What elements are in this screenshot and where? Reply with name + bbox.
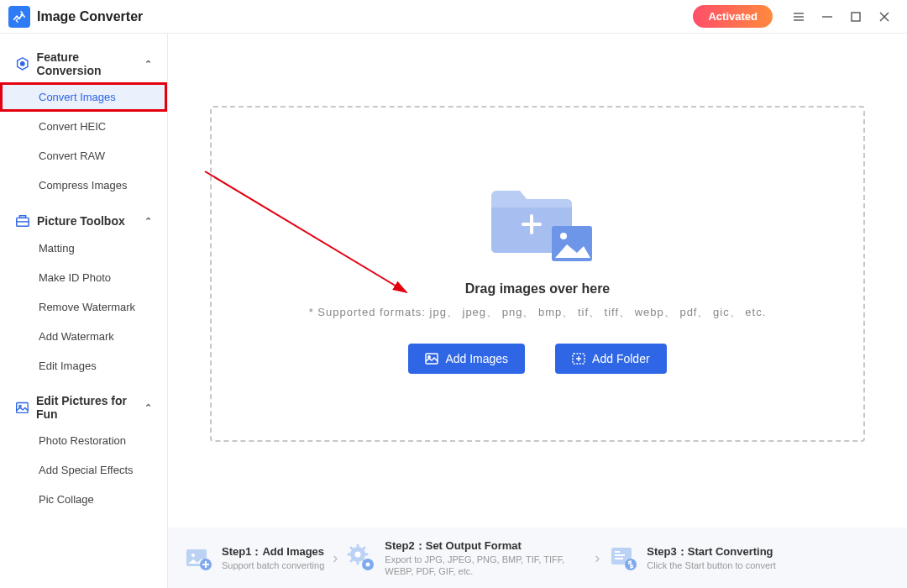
dropzone[interactable]: Drag images over here * Supported format…: [210, 106, 865, 442]
step-3: Step3：Start Converting Click the Start b…: [608, 543, 775, 573]
section-label: Picture Toolbox: [37, 214, 125, 228]
chevron-up-icon: ⌃: [144, 59, 152, 70]
svg-rect-12: [17, 402, 29, 412]
step-desc: Support batch converting: [222, 559, 324, 571]
image-icon: [425, 352, 438, 365]
sidebar-item-convert-images[interactable]: Convert Images: [0, 82, 167, 112]
sidebar-item-make-id-photo[interactable]: Make ID Photo: [0, 263, 167, 292]
svg-rect-4: [852, 13, 860, 21]
svg-rect-35: [615, 558, 623, 559]
sidebar: Feature Conversion ⌃ Convert Images Conv…: [0, 34, 168, 588]
section-label: Edit Pictures for Fun: [36, 394, 144, 421]
section-label: Feature Conversion: [37, 50, 144, 77]
chevron-up-icon: ⌃: [144, 402, 152, 413]
steps-bar: Step1：Add Images Support batch convertin…: [168, 528, 907, 588]
minimize-icon[interactable]: [813, 4, 841, 29]
sidebar-item-convert-heic[interactable]: Convert HEIC: [0, 112, 167, 141]
supported-formats-text: * Supported formats: jpg、 jpeg、 png、 bmp…: [309, 305, 767, 320]
step-title: Step3：Start Converting: [647, 544, 775, 559]
svg-point-17: [560, 233, 567, 239]
step-add-icon: [183, 543, 213, 573]
chevron-up-icon: ⌃: [144, 216, 152, 227]
picture-icon: [15, 400, 29, 415]
step-convert-icon: [608, 543, 638, 573]
sidebar-item-compress-images[interactable]: Compress Images: [0, 171, 167, 200]
activated-badge[interactable]: Activated: [693, 5, 773, 28]
svg-rect-10: [19, 216, 25, 218]
toolbox-icon: [15, 213, 30, 228]
sidebar-item-add-special-effects[interactable]: Add Special Effects: [0, 455, 167, 485]
section-picture-toolbox[interactable]: Picture Toolbox ⌃: [0, 208, 167, 234]
svg-point-8: [21, 62, 24, 66]
sidebar-item-photo-restoration[interactable]: Photo Restoration: [0, 426, 167, 455]
step-1: Step1：Add Images Support batch convertin…: [183, 543, 324, 573]
sidebar-item-edit-images[interactable]: Edit Images: [0, 351, 167, 381]
hamburger-menu-icon[interactable]: [784, 4, 813, 29]
hexagon-icon: [15, 56, 30, 71]
maximize-icon[interactable]: [841, 4, 870, 29]
section-feature-conversion[interactable]: Feature Conversion ⌃: [0, 45, 167, 82]
close-icon[interactable]: [870, 4, 899, 29]
app-title: Image Converter: [37, 9, 143, 24]
app-logo-icon: [8, 6, 30, 28]
step-desc: Export to JPG, JPEG, PNG, BMP, TIF, TIFF…: [385, 554, 586, 578]
content-area: Drag images over here * Supported format…: [168, 34, 907, 588]
step-title: Step2：Set Output Format: [385, 538, 586, 554]
add-folder-button[interactable]: Add Folder: [555, 344, 666, 374]
svg-rect-33: [615, 551, 620, 553]
sidebar-item-matting[interactable]: Matting: [0, 234, 167, 263]
svg-point-31: [366, 563, 370, 567]
svg-point-24: [191, 554, 195, 557]
svg-rect-34: [615, 554, 625, 556]
folder-plus-icon: [572, 352, 585, 365]
step-2: Step2：Set Output Format Export to JPG, J…: [346, 538, 586, 578]
sidebar-item-pic-collage[interactable]: Pic Collage: [0, 485, 167, 514]
svg-point-29: [355, 552, 361, 558]
sidebar-item-add-watermark[interactable]: Add Watermark: [0, 322, 167, 351]
sidebar-item-remove-watermark[interactable]: Remove Watermark: [0, 292, 167, 322]
step-desc: Click the Start button to convert: [647, 559, 775, 571]
svg-point-19: [428, 356, 430, 358]
step-settings-icon: [346, 543, 376, 573]
section-edit-pictures-for-fun[interactable]: Edit Pictures for Fun ⌃: [0, 389, 167, 426]
folder-illustration-icon: [483, 174, 592, 266]
sidebar-item-convert-raw[interactable]: Convert RAW: [0, 141, 167, 171]
chevron-right-icon: ›: [595, 549, 600, 567]
chevron-right-icon: ›: [333, 549, 338, 567]
drag-text: Drag images over here: [465, 281, 611, 297]
add-images-button[interactable]: Add Images: [408, 344, 525, 374]
step-title: Step1：Add Images: [222, 544, 324, 559]
titlebar: Image Converter Activated: [0, 0, 907, 34]
